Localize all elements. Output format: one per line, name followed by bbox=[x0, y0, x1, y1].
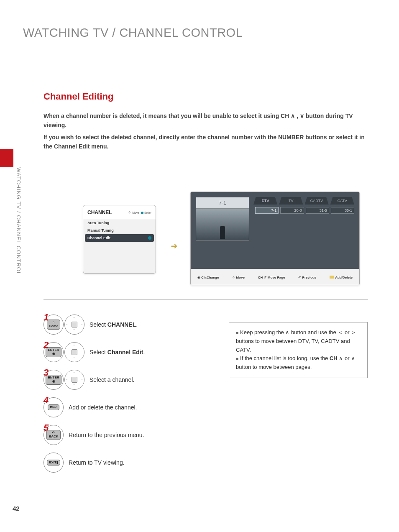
step-3: 3 ENTER◉ ˄˅‹› Select a channel. bbox=[43, 370, 219, 390]
osd-menu-item-manual-tuning[interactable]: Manual Tuning bbox=[83, 227, 156, 234]
tab-catv[interactable]: CATV bbox=[330, 197, 354, 205]
channel-preview: 7-1 bbox=[196, 197, 249, 264]
osd-menu-item-label: Channel Edit bbox=[87, 236, 110, 240]
osd-menu-item-auto-tuning[interactable]: Auto Tuning bbox=[83, 219, 156, 227]
intro-text: When a channel number is deleted, it mea… bbox=[43, 111, 368, 151]
preview-thumbnail bbox=[196, 208, 249, 241]
step-exit: EXIT▮ Return to TV viewing. bbox=[43, 453, 219, 473]
step-number: 2 bbox=[43, 340, 49, 350]
preview-channel-number: 7-1 bbox=[196, 197, 249, 208]
nav-all-button[interactable]: ˄˅‹› bbox=[64, 370, 84, 390]
channel-cell[interactable]: 31-5 bbox=[306, 207, 329, 214]
step-text: Return to TV viewing. bbox=[69, 459, 125, 466]
nav-leftright-button[interactable]: ˄˅‹› bbox=[64, 315, 84, 335]
step-number: 1 bbox=[43, 312, 49, 323]
step-5: 5 ↶BACK Return to the previous menu. bbox=[43, 425, 219, 445]
page-number: 42 bbox=[13, 505, 20, 512]
step-number: 5 bbox=[43, 422, 49, 433]
footer-movepage: CH ⇵ Move Page bbox=[258, 276, 285, 279]
footer-chchange: ◉ Ch.Change bbox=[197, 276, 219, 279]
exit-button[interactable]: EXIT▮ bbox=[43, 453, 64, 473]
tab-tv[interactable]: TV bbox=[279, 197, 303, 205]
step-4: 4 Blue Add or delete the channel. bbox=[43, 397, 219, 417]
step-number: 4 bbox=[43, 395, 49, 406]
channel-cell[interactable]: 35-1 bbox=[331, 207, 354, 214]
osd-channel-menu: CHANNEL ✧ Move Enter Auto Tuning Manual … bbox=[83, 205, 156, 274]
step-2: 2 ENTER◉ ˄˅ Select Channel Edit. bbox=[43, 342, 219, 362]
intro-paragraph-1: When a channel number is deleted, it mea… bbox=[43, 111, 368, 130]
enter-dot-icon bbox=[148, 236, 151, 240]
osd-channel-edit-screen: 7-1 DTV TV CADTV CATV 7-1 20-3 31-5 35-1… bbox=[190, 192, 360, 285]
osd-edit-footer: ◉ Ch.Change ✧ Move CH ⇵ Move Page ↶ Prev… bbox=[191, 269, 359, 285]
step-text: Add or delete the channel. bbox=[69, 404, 137, 411]
step-number: 3 bbox=[43, 367, 49, 378]
arrow-right-icon: ➜ bbox=[171, 241, 178, 251]
step-text: Select a channel. bbox=[90, 376, 134, 383]
tab-dtv[interactable]: DTV bbox=[253, 197, 277, 205]
tip-2: ■If the channel list is too long, use th… bbox=[236, 354, 361, 372]
osd-menu-title: CHANNEL bbox=[87, 210, 112, 215]
step-1: 1 ⌂Home ˄˅‹› Select CHANNEL. bbox=[43, 315, 219, 335]
osd-menu-hints: ✧ Move Enter bbox=[128, 210, 151, 215]
section-heading: Channel Editing bbox=[43, 91, 113, 102]
footer-previous: ↶ Previous bbox=[298, 276, 316, 279]
tip-1: ■Keep pressing the ∧ button and use the … bbox=[236, 328, 361, 354]
page-title: WATCHING TV / CHANNEL CONTROL bbox=[23, 26, 243, 40]
step-text: Select CHANNEL. bbox=[90, 321, 138, 328]
step-text: Return to the previous menu. bbox=[69, 432, 144, 438]
channel-cell[interactable]: 20-3 bbox=[280, 207, 304, 214]
sidebar-section-label: WATCHING TV / CHANNEL CONTROL bbox=[13, 167, 23, 301]
tips-box: ■Keep pressing the ∧ button and use the … bbox=[229, 322, 368, 378]
nav-updown-button[interactable]: ˄˅ bbox=[64, 342, 84, 362]
footer-adddelete: Add/Delete bbox=[330, 276, 353, 279]
intro-paragraph-2: If you wish to select the deleted channe… bbox=[43, 133, 368, 151]
section-divider bbox=[43, 299, 368, 300]
instruction-steps: 1 ⌂Home ˄˅‹› Select CHANNEL. 2 ENTER◉ ˄˅… bbox=[43, 315, 219, 480]
footer-move: ✧ Move bbox=[232, 276, 245, 279]
red-section-tab bbox=[0, 149, 13, 167]
step-text: Select Channel Edit. bbox=[90, 349, 145, 356]
channel-cell[interactable]: 7-1 bbox=[255, 207, 279, 214]
tab-cadtv[interactable]: CADTV bbox=[305, 197, 329, 205]
osd-menu-item-channel-edit[interactable]: Channel Edit bbox=[85, 234, 154, 242]
